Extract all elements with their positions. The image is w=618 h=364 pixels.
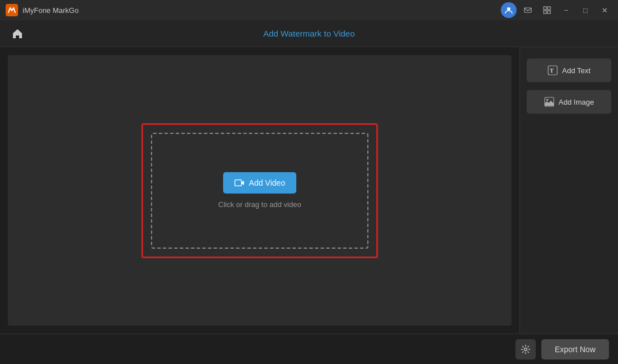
windows-icon[interactable] bbox=[539, 2, 555, 18]
page-title: Add Watermark to Video bbox=[26, 29, 592, 38]
title-bar: iMyFone MarkGo − □ bbox=[0, 0, 618, 20]
bottom-bar: Export Now bbox=[0, 334, 618, 364]
close-button[interactable]: ✕ bbox=[597, 2, 612, 18]
app-title: iMyFone MarkGo bbox=[23, 6, 501, 15]
svg-point-10 bbox=[546, 99, 548, 101]
export-now-button[interactable]: Export Now bbox=[541, 339, 609, 359]
export-now-label: Export Now bbox=[555, 345, 595, 354]
app-logo bbox=[6, 4, 18, 16]
window-controls: − □ ✕ bbox=[501, 2, 612, 18]
canvas-area: Add Video Click or drag to add video bbox=[8, 55, 512, 326]
profile-icon[interactable] bbox=[501, 2, 517, 18]
add-video-button[interactable]: Add Video bbox=[223, 172, 296, 194]
video-drop-zone-outer: Add Video Click or drag to add video bbox=[141, 123, 378, 258]
maximize-button[interactable]: □ bbox=[577, 2, 593, 18]
svg-rect-6 bbox=[235, 180, 242, 186]
header-bar: Add Watermark to Video bbox=[0, 20, 618, 47]
add-text-label: Add Text bbox=[562, 66, 590, 75]
add-video-label: Add Video bbox=[249, 178, 285, 187]
svg-rect-1 bbox=[524, 8, 531, 12]
svg-text:T: T bbox=[550, 68, 554, 74]
add-image-label: Add Image bbox=[559, 98, 594, 106]
mail-icon[interactable] bbox=[520, 2, 536, 18]
svg-rect-5 bbox=[548, 11, 550, 14]
main-content: Add Video Click or drag to add video T A… bbox=[0, 47, 618, 334]
svg-rect-2 bbox=[544, 7, 546, 10]
video-drop-zone-inner[interactable]: Add Video Click or drag to add video bbox=[151, 133, 368, 249]
right-sidebar: T Add Text Add Image bbox=[519, 47, 618, 334]
svg-rect-4 bbox=[544, 11, 546, 14]
drop-hint-text: Click or drag to add video bbox=[218, 200, 301, 209]
home-button[interactable] bbox=[9, 25, 26, 42]
svg-rect-3 bbox=[548, 7, 550, 10]
svg-point-11 bbox=[524, 348, 527, 350]
settings-button[interactable] bbox=[515, 339, 536, 359]
add-image-button[interactable]: Add Image bbox=[527, 90, 611, 114]
minimize-button[interactable]: − bbox=[558, 2, 574, 18]
add-text-button[interactable]: T Add Text bbox=[527, 59, 611, 82]
svg-point-0 bbox=[507, 7, 510, 11]
